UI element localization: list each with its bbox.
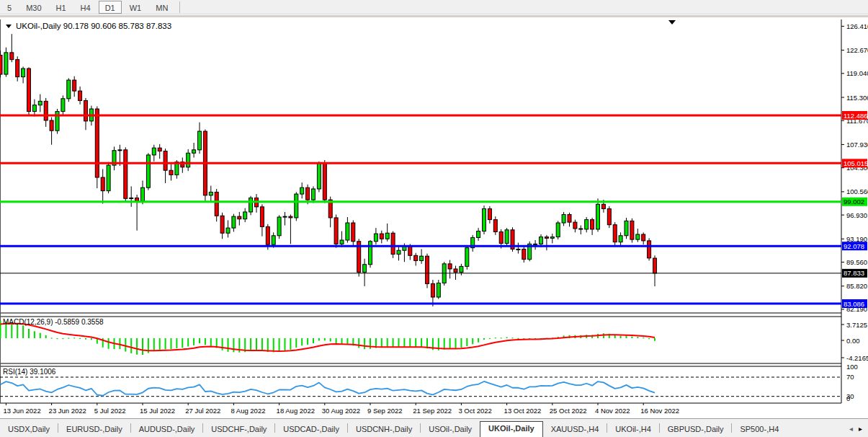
- tab-usdcad-daily[interactable]: USDCAD-,Daily: [275, 423, 347, 437]
- candle: [477, 231, 480, 238]
- tab-audusd-daily[interactable]: AUDUSD-,Daily: [131, 423, 203, 437]
- candle: [374, 234, 377, 242]
- candle: [505, 230, 509, 244]
- candle: [601, 204, 605, 208]
- candle: [568, 214, 571, 222]
- chart-canvas[interactable]: 126.410122.670119.040115.300111.670107.9…: [0, 17, 868, 420]
- candle: [534, 244, 537, 244]
- candle: [426, 256, 429, 283]
- candle: [215, 192, 218, 216]
- candle: [124, 150, 127, 198]
- candle: [562, 214, 565, 223]
- timeframe-button-w1[interactable]: W1: [123, 1, 148, 14]
- candle: [636, 234, 640, 239]
- rsi-line: [1, 381, 656, 396]
- candle: [385, 233, 389, 239]
- tabs-scroll-right-icon[interactable]: ▸: [859, 425, 862, 433]
- candle: [391, 233, 395, 254]
- date-axis-label: 13 Oct 2022: [504, 407, 542, 415]
- tab-ukoil-h4[interactable]: UKOil-,H4: [607, 423, 659, 437]
- date-axis-label: 4 Nov 2022: [595, 407, 630, 415]
- candle: [585, 220, 589, 229]
- macd-signal-line: [1, 323, 656, 350]
- candle: [79, 91, 82, 100]
- candle: [648, 241, 651, 258]
- tab-xauusd-h4[interactable]: XAUUSD-,H4: [543, 423, 607, 437]
- candle: [556, 223, 560, 237]
- candle: [522, 249, 526, 259]
- macd-axis-label: 0.00: [846, 337, 860, 345]
- candle: [135, 198, 139, 200]
- symbol-dropdown-icon[interactable]: [6, 25, 12, 28]
- candlestick-series: [0, 34, 657, 306]
- candle: [317, 163, 321, 189]
- candle: [187, 153, 190, 167]
- tab-usoil-daily[interactable]: USOil-,Daily: [421, 423, 480, 437]
- candle: [95, 109, 99, 177]
- candle: [266, 226, 269, 244]
- tab-usdchf-daily[interactable]: USDCHF-,Daily: [203, 423, 274, 437]
- candle: [346, 223, 349, 240]
- price-axis-label: 126.410: [846, 22, 868, 30]
- candle: [243, 212, 247, 219]
- candle: [334, 218, 338, 244]
- candle: [300, 187, 304, 194]
- candle: [642, 234, 645, 241]
- candle: [67, 80, 71, 99]
- candle: [516, 249, 520, 250]
- candle: [32, 105, 36, 112]
- price-axis-label: 122.670: [846, 46, 868, 54]
- candle: [22, 69, 25, 77]
- macd-axis-label: 3.7125: [846, 321, 867, 329]
- candle: [579, 229, 583, 229]
- tab-sp500-h4[interactable]: SP500-,H4: [732, 423, 787, 437]
- date-axis-label: 8 Aug 2022: [231, 407, 265, 415]
- candle: [209, 192, 212, 195]
- candle: [431, 283, 434, 297]
- candle: [107, 165, 110, 191]
- candle: [220, 216, 224, 233]
- candle: [437, 283, 440, 297]
- candle: [420, 256, 424, 260]
- tab-gbpusd-daily[interactable]: GBPUSD-,Daily: [660, 423, 732, 437]
- chart-title-text: UKOil-,Daily 90.178 90.606 85.783 87.833: [16, 22, 171, 30]
- candle: [540, 237, 543, 244]
- tab-eurusd-daily[interactable]: EURUSD-,Daily: [58, 423, 130, 437]
- candle: [4, 53, 8, 74]
- timeframe-button-m30[interactable]: M30: [19, 1, 48, 14]
- level-line-badge-label: 99.002: [844, 198, 864, 206]
- timeframe-button-h4[interactable]: H4: [74, 1, 97, 14]
- candle: [198, 131, 202, 150]
- candle: [73, 80, 76, 91]
- tab-usdcnh-daily[interactable]: USDCNH-,Daily: [348, 423, 420, 437]
- tab-usdx-daily[interactable]: USDX,Daily: [0, 423, 58, 437]
- timeframe-button-d1[interactable]: D1: [99, 1, 122, 14]
- timeframe-button-mn[interactable]: MN: [149, 1, 174, 14]
- price-axis-label: 119.040: [846, 69, 868, 77]
- level-line-badge-label: 83.086: [844, 300, 864, 308]
- candle: [164, 151, 167, 171]
- tabs-scroll-left-icon[interactable]: ◂: [849, 425, 853, 433]
- date-axis-label: 3 Oct 2022: [458, 407, 491, 415]
- date-axis-label: 27 Jul 2022: [185, 407, 220, 415]
- timeframe-button-h1[interactable]: H1: [50, 1, 73, 14]
- timeframe-button-5[interactable]: 5: [1, 1, 18, 14]
- candle: [550, 237, 554, 239]
- candle: [289, 216, 292, 218]
- candle: [38, 101, 42, 105]
- price-axis-label: 85.820: [846, 282, 867, 290]
- candle: [295, 194, 298, 218]
- candle: [619, 236, 622, 242]
- candle: [573, 222, 577, 229]
- toolbar-separator: [179, 1, 180, 13]
- date-axis-label: 5 Jul 2022: [94, 407, 126, 415]
- date-axis-label: 16 Nov 2022: [640, 407, 679, 415]
- candle: [448, 264, 452, 269]
- candle: [613, 225, 617, 242]
- candle: [169, 170, 173, 175]
- candle: [141, 187, 145, 201]
- candle: [306, 187, 310, 200]
- date-axis-label: 15 Jul 2022: [140, 407, 175, 415]
- chart-window: 126.410122.670119.040115.300111.670107.9…: [0, 15, 868, 418]
- tab-ukoil-daily[interactable]: UKOil-,Daily: [480, 421, 543, 437]
